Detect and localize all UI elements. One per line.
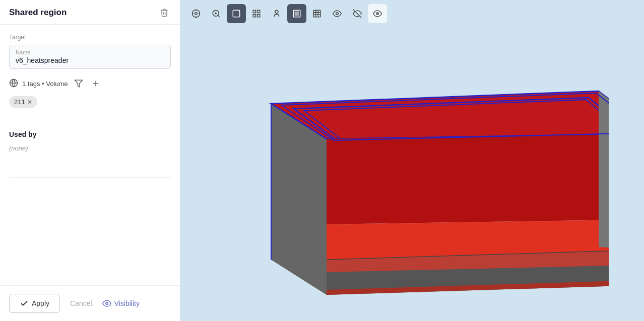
toolbar-select-button[interactable]	[186, 4, 206, 23]
svg-rect-18	[257, 10, 260, 13]
svg-point-21	[275, 10, 278, 13]
svg-rect-17	[253, 10, 255, 13]
cancel-label: Cancel	[70, 299, 92, 307]
table-icon	[312, 9, 321, 18]
divider	[9, 123, 171, 123]
add-tag-button[interactable]	[89, 78, 102, 89]
svg-rect-23	[295, 12, 299, 16]
name-field-value: v6_heatspreader	[16, 56, 164, 64]
delete-button[interactable]	[158, 7, 171, 18]
person-icon	[272, 9, 281, 18]
target-icon	[191, 9, 201, 18]
sidebar-footer: Apply Cancel Visibility	[0, 285, 180, 321]
sidebar-title: Shared region	[9, 8, 67, 18]
svg-marker-2	[75, 80, 82, 87]
canvas-area[interactable]	[180, 27, 644, 321]
cancel-button[interactable]: Cancel	[68, 295, 94, 312]
apply-label: Apply	[32, 299, 49, 307]
globe-icon	[9, 78, 18, 89]
tag-remove-button[interactable]: ✕	[27, 99, 32, 105]
visibility-label: Visibility	[114, 299, 140, 307]
grid-small-icon	[252, 9, 261, 18]
toolbar-person-button[interactable]	[267, 4, 286, 23]
toolbar-eye-alt-button[interactable]	[348, 4, 367, 23]
visibility-button[interactable]: Visibility	[102, 299, 140, 308]
eye-visibility-icon	[102, 299, 111, 308]
svg-point-7	[195, 13, 198, 15]
tag-chip-211: 211 ✕	[9, 96, 171, 116]
check-icon	[20, 299, 29, 308]
svg-point-29	[336, 13, 339, 15]
svg-line-13	[218, 15, 219, 17]
trash-icon	[160, 8, 169, 17]
3d-object	[216, 43, 609, 305]
target-label: Target	[9, 34, 171, 41]
name-field: Name v6_heatspreader	[9, 45, 171, 69]
svg-rect-16	[233, 10, 240, 17]
svg-rect-19	[253, 15, 255, 17]
toolbar-eye-x-button[interactable]	[368, 4, 387, 23]
viewport	[180, 0, 644, 321]
toolbar-zoom-button[interactable]	[207, 4, 226, 23]
zoom-icon	[212, 9, 221, 18]
sidebar-body: Target Name v6_heatspreader 1 tags • Vol…	[0, 25, 180, 285]
used-by-value: (none)	[9, 144, 171, 152]
svg-rect-20	[257, 15, 260, 17]
filter-button[interactable]	[72, 78, 85, 89]
tags-row: 1 tags • Volume	[9, 78, 171, 89]
sidebar: Shared region Target Name v6_heatspreade…	[0, 0, 180, 321]
name-field-label: Name	[16, 49, 164, 55]
svg-rect-24	[313, 10, 320, 17]
toolbar-box-button[interactable]	[227, 4, 246, 23]
filter-icon	[74, 79, 83, 88]
sidebar-header: Shared region	[0, 0, 180, 25]
used-by-label: Used by	[9, 130, 171, 138]
toolbar-grid-small-button[interactable]	[247, 4, 266, 23]
eye-x-icon	[373, 9, 382, 18]
plus-icon	[91, 79, 100, 88]
tag-value: 211	[14, 98, 25, 106]
svg-marker-40	[327, 134, 609, 224]
divider-2	[9, 177, 171, 178]
svg-marker-42	[599, 91, 609, 250]
apply-button[interactable]: Apply	[9, 294, 60, 313]
eye-alt-icon	[353, 9, 362, 18]
eye-icon	[333, 9, 342, 18]
face-select-icon	[292, 9, 301, 18]
toolbar-face-select-button[interactable]	[287, 4, 306, 23]
toolbar-eye-button[interactable]	[328, 4, 347, 23]
svg-point-5	[105, 302, 108, 305]
toolbar-table-button[interactable]	[307, 4, 327, 23]
box-icon	[232, 9, 241, 18]
toolbar	[180, 0, 644, 27]
tags-text: 1 tags • Volume	[22, 80, 68, 88]
